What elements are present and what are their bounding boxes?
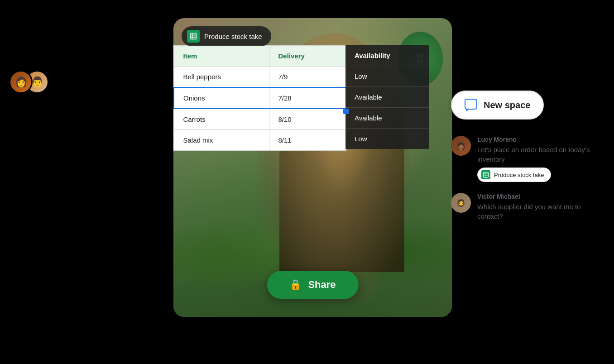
cell-delivery: 8/10 [269,109,346,130]
chat-message-victor: 🧔 Victor Michael Which supplier did you … [451,193,600,225]
table-row: Carrots 8/10 [174,109,346,130]
msg-content-victor: Victor Michael Which supplier did you wa… [477,193,600,225]
cell-item-onions: Onions [174,87,269,109]
table-row: Bell peppers 7/9 [174,67,346,88]
avatar-2-icon: 👨 [31,76,43,88]
avatar-victor: 🧔 [451,193,471,213]
availability-low-2: Low [345,129,429,149]
new-space-label: New space [484,100,530,110]
chip-label: Produce stock take [494,172,544,178]
col-header-delivery: Delivery [269,46,346,67]
spreadsheet-overlay: Item Delivery Bell peppers 7/9 Onions 7/… [173,45,346,151]
cell-item: Carrots [174,109,269,130]
cell-delivery: 8/11 [269,130,346,151]
share-label: Share [308,279,336,291]
table-row: Salad mix 8/11 [174,130,346,151]
availability-available-1: Available [345,87,429,108]
chat-bubble-icon [465,99,477,111]
sheets-icon [187,30,200,43]
msg-name-lucy: Lucy Moreno [477,136,600,143]
svg-rect-0 [190,33,197,39]
cell-item: Salad mix [174,130,269,151]
sheets-title: Produce stock take [204,33,262,40]
chat-message-lucy: 👩🏾 Lucy Moreno Let's place an order base… [451,136,600,182]
svg-rect-6 [483,172,488,177]
veggie-items [173,168,452,281]
availability-low-1: Low [345,66,429,87]
svg-rect-5 [465,99,477,109]
msg-name-victor: Victor Michael [477,193,600,200]
main-card: VEGE Produce stock take Item Delivery [173,18,452,317]
sheet-chip[interactable]: Produce stock take [477,168,551,182]
data-table: Item Delivery Bell peppers 7/9 Onions 7/… [173,45,346,151]
table-row-highlighted[interactable]: Onions 7/28 [174,87,346,109]
availability-header: Availability [345,45,429,66]
availability-available-2: Available [345,108,429,129]
availability-overlay: Availability Low Available Available Low [345,45,429,149]
cell-item: Bell peppers [174,67,269,88]
avatar-1: 👩 [9,70,33,94]
cell-delivery: 7/9 [269,67,346,88]
avatar-lucy-icon: 👩🏾 [456,142,465,150]
chip-sheets-icon [481,170,490,179]
avatar-victor-icon: 🧔 [456,199,465,207]
avatars-group: 👩 👨 [9,70,49,94]
share-button[interactable]: 🔒 Share [267,271,358,299]
sheets-header: Produce stock take [182,26,271,46]
right-panel: New space 👩🏾 Lucy Moreno Let's place an … [451,91,600,225]
msg-text-lucy: Let's place an order based on today's in… [477,145,600,164]
msg-content-lucy: Lucy Moreno Let's place an order based o… [477,136,600,182]
chat-messages: 👩🏾 Lucy Moreno Let's place an order base… [451,136,600,225]
cell-delivery-onions: 7/28 [269,87,346,109]
avatar-1-icon: 👩 [15,76,27,88]
new-space-button[interactable]: New space [451,91,544,120]
lock-icon: 🔒 [289,279,302,291]
msg-text-victor: Which supplier did you want me to contac… [477,202,600,221]
resize-handle[interactable] [343,109,349,114]
col-header-item: Item [174,46,269,67]
avatar-lucy: 👩🏾 [451,136,471,156]
